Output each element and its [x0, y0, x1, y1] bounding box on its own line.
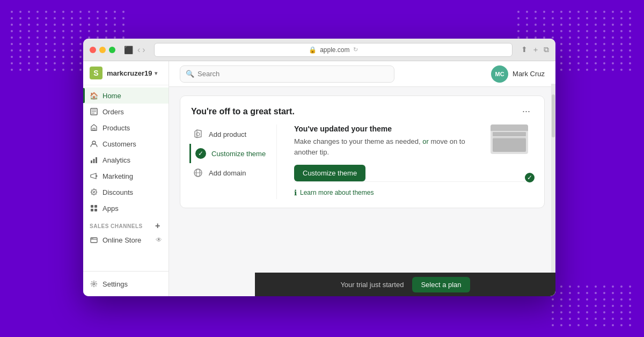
- search-bar[interactable]: 🔍: [180, 65, 394, 83]
- add-product-icon: [193, 129, 203, 140]
- nav-items: 🏠 Home Orders: [83, 85, 169, 271]
- share-icon[interactable]: ⬆: [521, 45, 528, 55]
- add-channel-button[interactable]: +: [153, 222, 162, 230]
- apps-icon: [90, 204, 98, 213]
- search-input[interactable]: [197, 70, 389, 78]
- add-domain-icon: [193, 167, 203, 178]
- sidebar-item-orders[interactable]: Orders: [83, 104, 169, 120]
- back-arrow[interactable]: ‹: [137, 45, 140, 55]
- marketing-icon: [90, 172, 98, 180]
- svg-point-12: [94, 193, 96, 194]
- nav-arrows: ‹ ›: [137, 45, 145, 55]
- theme-preview: ✓: [491, 124, 533, 181]
- sidebar-item-discounts[interactable]: Discounts: [83, 184, 169, 200]
- customers-icon: [90, 140, 98, 148]
- customize-theme-button[interactable]: Customize theme: [294, 165, 365, 181]
- dot-grid-bottomright: document.currentScript.insertAdjacentHTM…: [552, 285, 633, 326]
- svg-point-20: [92, 238, 93, 239]
- info-icon: ℹ: [294, 188, 297, 197]
- trial-bar: Your trial just started Select a plan: [255, 273, 555, 296]
- svg-point-21: [93, 283, 95, 285]
- sidebar-header: S markcruzer19 ▾: [83, 61, 169, 85]
- url-text: apple.com: [320, 46, 349, 54]
- shopify-logo: S: [90, 67, 103, 79]
- panel-content-wrapper: You've updated your theme Make changes t…: [294, 124, 533, 181]
- sidebar-footer: Settings: [83, 271, 169, 296]
- eye-icon: 👁: [156, 236, 162, 244]
- page-content: You're off to a great start. ···: [169, 87, 555, 217]
- steps-list: Add product ✓ Customize theme: [191, 124, 277, 199]
- tabs-icon[interactable]: ⧉: [544, 45, 549, 55]
- getting-started-card: You're off to a great start. ···: [180, 96, 545, 208]
- sidebar-item-settings[interactable]: Settings: [83, 276, 169, 292]
- store-name[interactable]: markcruzer19 ▾: [107, 69, 157, 77]
- app-layout: S markcruzer19 ▾ 🏠 Home: [83, 61, 555, 296]
- svg-point-9: [96, 175, 98, 177]
- svg-rect-16: [94, 209, 97, 211]
- trial-text: Your trial just started: [340, 281, 404, 289]
- card-title: You're off to a great start.: [191, 107, 295, 116]
- traffic-lights: [90, 47, 115, 53]
- learn-more-link[interactable]: Learn more about themes: [300, 189, 374, 196]
- svg-rect-14: [94, 205, 97, 208]
- discounts-icon: [90, 188, 98, 196]
- more-options-button[interactable]: ···: [519, 105, 533, 118]
- sidebar-item-analytics[interactable]: Analytics: [83, 152, 169, 168]
- sidebar-item-customers[interactable]: Customers: [83, 136, 169, 152]
- select-plan-button[interactable]: Select a plan: [412, 277, 470, 292]
- step-add-product[interactable]: Add product: [191, 124, 268, 144]
- sidebar: S markcruzer19 ▾ 🏠 Home: [83, 61, 169, 296]
- right-panel: You've updated your theme Make changes t…: [286, 124, 533, 199]
- browser-tab-icon: ⬛: [124, 46, 133, 54]
- panel-title: You've updated your theme: [294, 124, 485, 133]
- panel-description: Make changes to your theme as needed, or…: [294, 136, 485, 157]
- avatar: MC: [491, 65, 508, 83]
- step-add-domain[interactable]: Add domain: [191, 163, 268, 182]
- card-body: Add product ✓ Customize theme: [180, 124, 544, 208]
- step-customize-theme[interactable]: ✓ Customize theme: [189, 144, 268, 163]
- main-content: 🔍 MC Mark Cruz You're off to a great sta…: [169, 61, 555, 296]
- sidebar-item-home[interactable]: 🏠 Home: [83, 87, 169, 104]
- forward-arrow[interactable]: ›: [142, 45, 145, 55]
- online-store-icon: [90, 236, 98, 244]
- browser-window: ⬛ ‹ › 🔒 apple.com ↻ ⬆ ＋ ⧉ S markcruzer19…: [83, 39, 555, 296]
- learn-more-section: ℹ Learn more about themes: [294, 181, 533, 199]
- sidebar-item-online-store[interactable]: Online Store 👁: [83, 232, 169, 247]
- sales-channels-label: SALES CHANNELS +: [83, 216, 169, 232]
- svg-rect-8: [96, 157, 97, 163]
- new-tab-icon[interactable]: ＋: [532, 45, 539, 55]
- browser-chrome: ⬛ ‹ › 🔒 apple.com ↻ ⬆ ＋ ⧉: [83, 39, 555, 61]
- analytics-icon: [90, 156, 98, 164]
- refresh-icon[interactable]: ↻: [353, 46, 358, 53]
- panel-link[interactable]: or: [422, 137, 429, 145]
- svg-rect-15: [91, 209, 93, 211]
- svg-rect-6: [91, 160, 92, 163]
- close-button[interactable]: [90, 47, 96, 53]
- settings-icon: [90, 280, 98, 288]
- svg-point-11: [93, 191, 94, 192]
- theme-preview-image: [491, 124, 528, 154]
- browser-actions: ⬆ ＋ ⧉: [521, 45, 549, 55]
- sidebar-item-products[interactable]: Products: [83, 120, 169, 136]
- caret-icon: ▾: [155, 70, 157, 76]
- orders-icon: [90, 107, 98, 116]
- svg-rect-13: [91, 205, 93, 208]
- minimize-button[interactable]: [99, 47, 106, 53]
- sidebar-item-apps[interactable]: Apps: [83, 200, 169, 216]
- products-icon: [90, 123, 98, 132]
- maximize-button[interactable]: [109, 47, 115, 53]
- svg-point-19: [91, 238, 92, 239]
- security-icon: 🔒: [309, 46, 317, 54]
- home-icon: 🏠: [90, 91, 98, 100]
- panel-text: You've updated your theme Make changes t…: [294, 124, 485, 181]
- scrollbar[interactable]: [551, 84, 555, 296]
- theme-check-overlay: ✓: [524, 172, 536, 184]
- top-bar: 🔍 MC Mark Cruz: [169, 61, 555, 87]
- search-icon: 🔍: [186, 70, 194, 78]
- scroll-thumb: [552, 94, 555, 137]
- sidebar-item-marketing[interactable]: Marketing: [83, 168, 169, 184]
- step-check-icon: ✓: [195, 148, 206, 159]
- address-bar[interactable]: 🔒 apple.com ↻: [154, 43, 513, 57]
- card-header: You're off to a great start. ···: [180, 96, 544, 124]
- tab-icon: ⬛: [124, 46, 133, 54]
